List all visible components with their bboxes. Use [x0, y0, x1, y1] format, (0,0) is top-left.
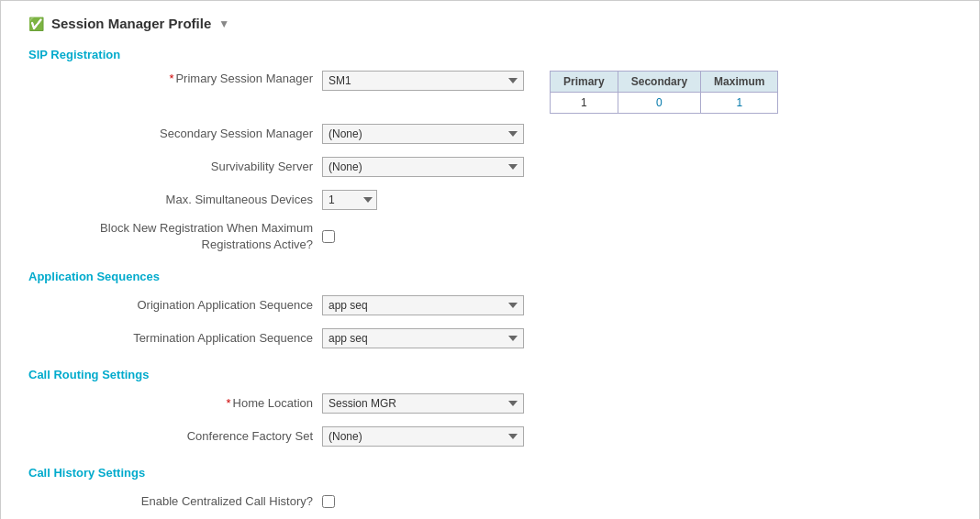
sip-registration-section: SIP Registration *Primary Session Manage… — [28, 48, 952, 253]
call-history-settings-title: Call History Settings — [28, 466, 952, 480]
application-sequences-title: Application Sequences — [28, 270, 952, 283]
primary-session-manager-label: *Primary Session Manager — [28, 71, 322, 87]
termination-sequence-row: Termination Application Sequence app seq… — [28, 326, 952, 351]
primary-session-manager-select[interactable]: SM1 (None) — [322, 71, 524, 91]
reg-table-header-secondary: Secondary — [618, 72, 700, 93]
block-new-registration-row: Block New Registration When Maximum Regi… — [28, 220, 952, 253]
call-history-settings-section: Call History Settings Enable Centralized… — [28, 466, 952, 514]
sip-registration-title: SIP Registration — [28, 48, 952, 61]
block-new-registration-checkbox[interactable] — [322, 230, 335, 243]
section-header: ✅ Session Manager Profile ▼ — [28, 16, 952, 31]
secondary-session-manager-row: Secondary Session Manager (None) SM1 — [28, 121, 952, 147]
origination-sequence-select[interactable]: app seq (None) — [322, 295, 524, 315]
home-location-label: *Home Location — [28, 395, 322, 412]
survivability-server-select[interactable]: (None) — [322, 157, 524, 177]
home-location-row: *Home Location Session MGR (None) — [28, 391, 952, 416]
enable-centralized-history-row: Enable Centralized Call History? — [28, 489, 952, 514]
home-location-required-star: * — [226, 396, 230, 410]
conference-factory-set-label: Conference Factory Set — [28, 428, 322, 445]
application-sequences-section: Application Sequences Origination Applic… — [28, 270, 952, 351]
primary-session-manager-row: *Primary Session Manager SM1 (None) Prim… — [28, 71, 952, 114]
registration-table: Primary Secondary Maximum 1 0 1 — [550, 71, 778, 114]
conference-factory-set-row: Conference Factory Set (None) — [28, 424, 952, 449]
call-routing-settings-section: Call Routing Settings *Home Location Ses… — [28, 368, 952, 449]
call-routing-settings-title: Call Routing Settings — [28, 368, 952, 381]
reg-table-secondary-value[interactable]: 0 — [618, 93, 700, 114]
origination-sequence-row: Origination Application Sequence app seq… — [28, 293, 952, 318]
survivability-server-row: Survivability Server (None) — [28, 154, 952, 180]
reg-table-header-primary: Primary — [551, 72, 618, 93]
survivability-server-label: Survivability Server — [28, 159, 322, 175]
enable-centralized-history-checkbox[interactable] — [322, 495, 335, 508]
page-container: ✅ Session Manager Profile ▼ SIP Registra… — [0, 0, 980, 519]
reg-table-maximum-value[interactable]: 1 — [701, 93, 778, 114]
enable-centralized-history-label: Enable Centralized Call History? — [28, 493, 322, 510]
secondary-session-manager-label: Secondary Session Manager — [28, 126, 322, 142]
conference-factory-set-select[interactable]: (None) — [322, 426, 524, 447]
max-simultaneous-devices-label: Max. Simultaneous Devices — [28, 192, 322, 208]
origination-sequence-label: Origination Application Sequence — [28, 297, 322, 314]
reg-table-primary-value: 1 — [551, 93, 618, 114]
max-simultaneous-devices-row: Max. Simultaneous Devices 1 2 3 4 5 — [28, 187, 952, 213]
required-star: * — [169, 72, 173, 85]
reg-table-header-maximum: Maximum — [701, 72, 778, 93]
section-main-title: Session Manager Profile — [51, 16, 211, 31]
session-manager-checkbox-icon: ✅ — [28, 17, 44, 31]
home-location-select[interactable]: Session MGR (None) — [322, 393, 524, 414]
secondary-session-manager-select[interactable]: (None) SM1 — [322, 124, 524, 144]
termination-sequence-select[interactable]: app seq (None) — [322, 328, 524, 348]
termination-sequence-label: Termination Application Sequence — [28, 330, 322, 347]
block-new-registration-label: Block New Registration When Maximum Regi… — [28, 220, 322, 253]
max-simultaneous-devices-select[interactable]: 1 2 3 4 5 — [322, 190, 377, 210]
section-dropdown-icon[interactable]: ▼ — [218, 17, 229, 30]
